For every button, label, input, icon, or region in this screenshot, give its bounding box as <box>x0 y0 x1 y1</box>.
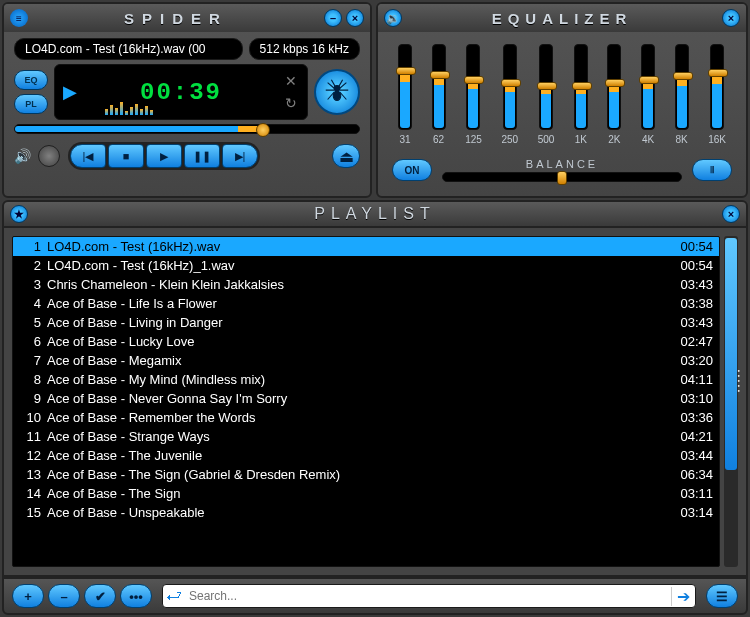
track-name: Ace of Base - Remember the Words <box>47 410 663 425</box>
search-input[interactable] <box>185 589 671 603</box>
track-number: 1 <box>19 239 41 254</box>
track-duration: 03:36 <box>663 410 713 425</box>
playlist-list[interactable]: 1 LO4D.com - Test (16kHz).wav 00:542 LO4… <box>12 236 720 567</box>
equalizer-panel: 🔉 EQUALIZER × 31 62 125 250 500 1K 2K 4K <box>376 2 748 198</box>
volume-icon[interactable]: 🔊 <box>14 148 30 164</box>
eq-band-label: 16K <box>708 134 726 145</box>
minimize-button[interactable]: – <box>324 9 342 27</box>
track-number: 15 <box>19 505 41 520</box>
playlist-favorite-button[interactable]: ★ <box>10 205 28 223</box>
track-number: 14 <box>19 486 41 501</box>
playlist-row[interactable]: 8 Ace of Base - My Mind (Mindless mix) 0… <box>13 370 719 389</box>
player-panel: ≡ SPIDER – × LO4D.com - Test (16kHz).wav… <box>2 2 372 198</box>
playlist-row[interactable]: 10 Ace of Base - Remember the Words 03:3… <box>13 408 719 427</box>
track-name: Ace of Base - Lucky Love <box>47 334 663 349</box>
track-duration: 04:21 <box>663 429 713 444</box>
playlist-title: PLAYLIST <box>28 205 722 223</box>
track-number: 11 <box>19 429 41 444</box>
playlist-row[interactable]: 12 Ace of Base - The Juvenile 03:44 <box>13 446 719 465</box>
playlist-row[interactable]: 14 Ace of Base - The Sign 03:11 <box>13 484 719 503</box>
eq-band-1K[interactable] <box>574 44 588 130</box>
track-number: 10 <box>19 410 41 425</box>
playlist-row[interactable]: 4 Ace of Base - Life Is a Flower 03:38 <box>13 294 719 313</box>
track-duration: 03:11 <box>663 486 713 501</box>
eq-band-62[interactable] <box>432 44 446 130</box>
track-duration: 03:43 <box>663 315 713 330</box>
track-duration: 02:47 <box>663 334 713 349</box>
track-duration: 00:54 <box>663 258 713 273</box>
player-titlebar: ≡ SPIDER – × <box>4 4 370 32</box>
record-button[interactable] <box>38 145 60 167</box>
track-name: Ace of Base - Life Is a Flower <box>47 296 663 311</box>
seek-slider[interactable] <box>14 124 360 134</box>
playlist-row[interactable]: 7 Ace of Base - Megamix 03:20 <box>13 351 719 370</box>
eq-band-500[interactable] <box>539 44 553 130</box>
eq-close-button[interactable]: × <box>722 9 740 27</box>
track-duration: 04:11 <box>663 372 713 387</box>
playlist-row[interactable]: 6 Ace of Base - Lucky Love 02:47 <box>13 332 719 351</box>
search-go-icon[interactable]: ➔ <box>671 587 695 606</box>
eq-sound-icon[interactable]: 🔉 <box>384 9 402 27</box>
balance-label: BALANCE <box>526 158 598 170</box>
eq-on-button[interactable]: ON <box>392 159 432 181</box>
playlist-row[interactable]: 15 Ace of Base - Unspeakable 03:14 <box>13 503 719 522</box>
track-duration: 00:54 <box>663 239 713 254</box>
shuffle-icon[interactable]: ✕ <box>285 73 297 89</box>
playlist-row[interactable]: 13 Ace of Base - The Sign (Gabriel & Dre… <box>13 465 719 484</box>
pause-button[interactable]: ❚❚ <box>184 144 220 168</box>
stop-button[interactable]: ■ <box>108 144 144 168</box>
pl-toggle-button[interactable]: PL <box>14 94 48 114</box>
eq-band-label: 4K <box>642 134 654 145</box>
eq-band-4K[interactable] <box>641 44 655 130</box>
close-button[interactable]: × <box>346 9 364 27</box>
play-button[interactable]: ▶ <box>146 144 182 168</box>
track-info: LO4D.com - Test (16kHz).wav (00 <box>14 38 243 60</box>
balance-slider[interactable] <box>442 172 682 182</box>
list-view-button[interactable]: ☰ <box>706 584 738 608</box>
track-name: Ace of Base - Never Gonna Say I'm Sorry <box>47 391 663 406</box>
eq-band-125[interactable] <box>466 44 480 130</box>
eq-presets-button[interactable]: ⫴ <box>692 159 732 181</box>
track-name: LO4D.com - Test (16kHz)_1.wav <box>47 258 663 273</box>
add-button[interactable]: + <box>12 584 44 608</box>
spider-button[interactable] <box>314 69 360 115</box>
eq-toggle-button[interactable]: EQ <box>14 70 48 90</box>
track-number: 9 <box>19 391 41 406</box>
eq-band-2K[interactable] <box>607 44 621 130</box>
track-name: Ace of Base - Megamix <box>47 353 663 368</box>
playlist-row[interactable]: 11 Ace of Base - Strange Ways 04:21 <box>13 427 719 446</box>
eq-band-16K[interactable] <box>710 44 724 130</box>
menu-icon[interactable]: ≡ <box>10 9 28 27</box>
playlist-row[interactable]: 1 LO4D.com - Test (16kHz).wav 00:54 <box>13 237 719 256</box>
playlist-close-button[interactable]: × <box>722 205 740 223</box>
repeat-icon[interactable]: ↻ <box>285 95 297 111</box>
play-indicator-icon: ▶ <box>63 81 77 103</box>
track-number: 6 <box>19 334 41 349</box>
app-title: SPIDER <box>124 10 228 27</box>
remove-button[interactable]: – <box>48 584 80 608</box>
eq-band-label: 125 <box>465 134 482 145</box>
more-button[interactable]: ••• <box>120 584 152 608</box>
equalizer-title: EQUALIZER <box>402 10 722 27</box>
playlist-row[interactable]: 3 Chris Chameleon - Klein Klein Jakkalsi… <box>13 275 719 294</box>
playlist-row[interactable]: 9 Ace of Base - Never Gonna Say I'm Sorr… <box>13 389 719 408</box>
prev-button[interactable]: |◀ <box>70 144 106 168</box>
bitrate-info: 512 kbps 16 kHz <box>249 38 360 60</box>
track-duration: 03:44 <box>663 448 713 463</box>
next-button[interactable]: ▶| <box>222 144 258 168</box>
eq-band-label: 62 <box>433 134 444 145</box>
track-number: 5 <box>19 315 41 330</box>
playlist-row[interactable]: 5 Ace of Base - Living in Danger 03:43 <box>13 313 719 332</box>
track-name: Ace of Base - Living in Danger <box>47 315 663 330</box>
select-button[interactable]: ✔ <box>84 584 116 608</box>
eq-band-31[interactable] <box>398 44 412 130</box>
search-back-icon[interactable]: ⮐ <box>163 587 185 605</box>
eq-band-250[interactable] <box>503 44 517 130</box>
eq-band-8K[interactable] <box>675 44 689 130</box>
track-duration: 03:20 <box>663 353 713 368</box>
eq-band-label: 250 <box>501 134 518 145</box>
playlist-scrollbar[interactable]: ●●●●● <box>724 236 738 567</box>
eq-band-label: 8K <box>675 134 687 145</box>
eject-button[interactable]: ⏏ <box>332 144 360 168</box>
playlist-row[interactable]: 2 LO4D.com - Test (16kHz)_1.wav 00:54 <box>13 256 719 275</box>
